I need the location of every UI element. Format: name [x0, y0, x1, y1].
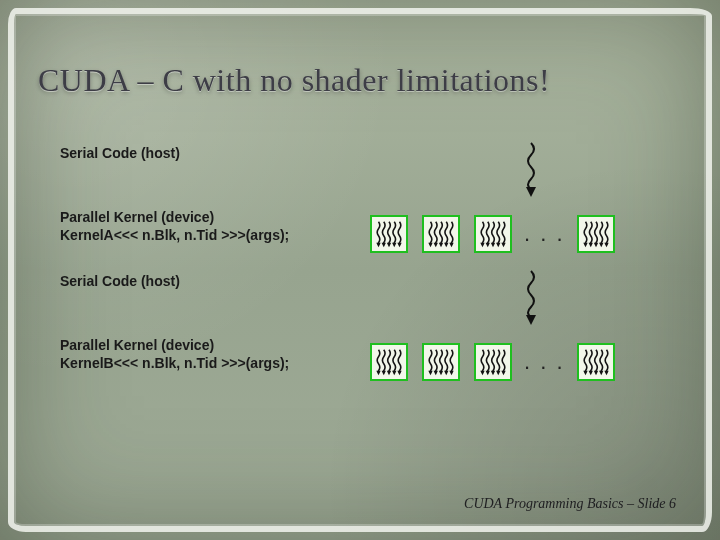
squiggle-arrow-icon [520, 269, 542, 327]
row-serial-2: Serial Code (host) [60, 273, 680, 337]
serial-label-text: Serial Code (host) [60, 273, 180, 289]
kernel-b-label: Parallel Kernel (device) KernelB<<< n.Bl… [60, 337, 360, 372]
thread-block [577, 215, 615, 253]
content-area: Serial Code (host) Parallel Kernel (devi… [60, 145, 680, 401]
thread-block [370, 215, 408, 253]
kernel-b-blocks: . . . [370, 343, 615, 381]
threads-icon [582, 348, 610, 376]
footer-text: CUDA Programming Basics – Slide 6 [464, 496, 676, 512]
threads-icon [375, 348, 403, 376]
serial-label: Serial Code (host) [60, 273, 360, 291]
threads-icon [479, 220, 507, 248]
thread-block [474, 215, 512, 253]
serial-label-text: Serial Code (host) [60, 145, 180, 161]
slide: CUDA – C with no shader limitations! Ser… [0, 0, 720, 540]
thread-block [422, 215, 460, 253]
kernel-a-title: Parallel Kernel (device) [60, 209, 360, 227]
thread-block [577, 343, 615, 381]
threads-icon [479, 348, 507, 376]
threads-icon [375, 220, 403, 248]
thread-block [474, 343, 512, 381]
threads-icon [582, 220, 610, 248]
kernel-a-label: Parallel Kernel (device) KernelA<<< n.Bl… [60, 209, 360, 244]
ellipsis: . . . [524, 349, 565, 375]
row-serial-1: Serial Code (host) [60, 145, 680, 209]
kernel-a-blocks: . . . [370, 215, 615, 253]
threads-icon [427, 220, 455, 248]
slide-title: CUDA – C with no shader limitations! [38, 62, 550, 99]
row-kernel-a: Parallel Kernel (device) KernelA<<< n.Bl… [60, 209, 680, 273]
kernel-a-code: KernelA<<< n.Blk, n.Tid >>>(args); [60, 227, 360, 245]
kernel-b-title: Parallel Kernel (device) [60, 337, 360, 355]
threads-icon [427, 348, 455, 376]
kernel-b-code: KernelB<<< n.Blk, n.Tid >>>(args); [60, 355, 360, 373]
thread-block [422, 343, 460, 381]
row-kernel-b: Parallel Kernel (device) KernelB<<< n.Bl… [60, 337, 680, 401]
ellipsis: . . . [524, 221, 565, 247]
squiggle-arrow-icon [520, 141, 542, 199]
thread-block [370, 343, 408, 381]
serial-label: Serial Code (host) [60, 145, 360, 163]
